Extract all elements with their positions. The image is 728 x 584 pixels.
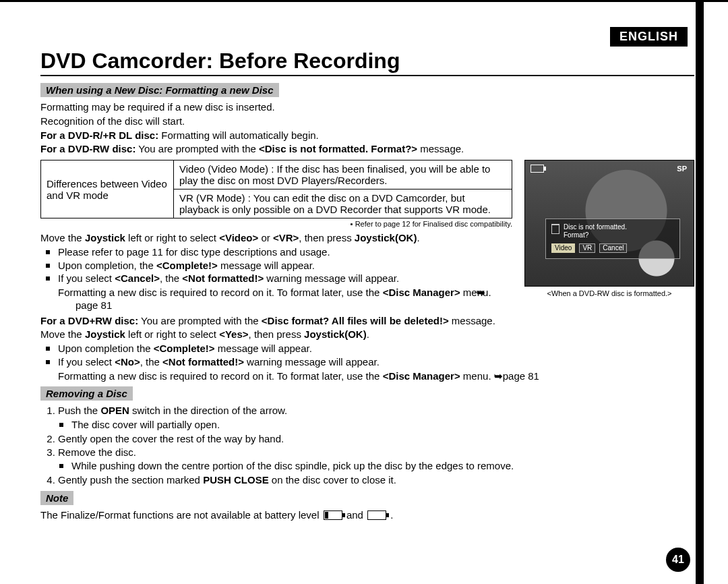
bullet-cancel: If you select <Cancel>, the <Not formatt… (58, 272, 512, 285)
dialog-text: Disc is not formatted. Format? (564, 223, 627, 239)
top-rule (0, 0, 728, 2)
battery-level-0-icon (367, 510, 386, 520)
bullet-complete-2: Upon completion the <Complete!> message … (58, 343, 694, 355)
trash-icon (551, 224, 559, 234)
dialog-btn-cancel: Cancel (599, 243, 627, 253)
arrow-icon: ➥ (494, 370, 503, 383)
bullet-no: If you select <No>, the <Not formatted!>… (58, 356, 694, 369)
battery-icon (530, 165, 544, 173)
step-1-sub: The disc cover will partially open. (71, 419, 694, 432)
section-removing-label: Removing a Disc (40, 386, 133, 401)
dvdrw-instructions: Move the Joystick left or right to selec… (40, 232, 512, 312)
manual-page: ENGLISH DVD Camcorder: Before Recording … (0, 0, 728, 584)
removing-steps: Push the OPEN switch in the direction of… (40, 405, 694, 487)
diff-row-vr: VR (VR Mode) : You can edit the disc on … (174, 189, 512, 218)
intro-line-1: Formatting may be required if a new disc… (40, 101, 694, 114)
move-joystick-line: Move the Joystick left or right to selec… (40, 232, 512, 245)
diff-caption: ▪ Refer to page 12 for Finalised disc co… (40, 220, 512, 228)
dvd-plus-rw-block: For a DVD+RW disc: You are prompted with… (40, 315, 694, 383)
move-joystick-yes-line: Move the Joystick left or right to selec… (40, 328, 694, 341)
intro-block: Formatting may be required if a new disc… (40, 101, 694, 156)
page-number: 41 (666, 548, 690, 572)
format-later-line-2: Formatting a new disc is required to rec… (40, 370, 694, 383)
diff-head: Differences between Video and VR mode (41, 160, 174, 218)
step-1: Push the OPEN switch in the direction of… (58, 405, 694, 432)
dvd-plus-rw-line: For a DVD+RW disc: You are prompted with… (40, 315, 694, 328)
title-rule (40, 75, 694, 76)
step-4: Gently push the section marked PUSH CLOS… (58, 474, 694, 487)
left-column: Differences between Video and VR mode Vi… (40, 160, 512, 314)
page-title: DVD Camcorder: Before Recording (40, 49, 694, 74)
sp-indicator: SP (677, 165, 687, 173)
dialog-btn-video: Video (551, 243, 575, 253)
page-right-frame (696, 0, 704, 584)
dvdr-line: For a DVD-R/+R DL disc: Formatting will … (40, 129, 694, 142)
format-dialog: Disc is not formatted. Format? Video VR … (545, 218, 680, 259)
dvdrw-label: For a DVD-RW disc: (40, 143, 135, 154)
dialog-btn-vr: VR (579, 243, 595, 253)
section-formatting-label: When using a New Disc: Formatting a new … (40, 83, 279, 97)
format-later-line: Formatting a new disc is required to rec… (58, 287, 512, 312)
right-column: SP Disc is not formatted. Format? Video … (524, 160, 694, 297)
differences-table: Differences between Video and VR mode Vi… (40, 160, 512, 218)
diff-row-video: Video (Video Mode) : If the disc has bee… (174, 160, 512, 189)
camcorder-screenshot: SP Disc is not formatted. Format? Video … (524, 160, 694, 287)
intro-line-2: Recognition of the disc will start. (40, 115, 694, 128)
screenshot-caption: <When a DVD-RW disc is formatted.> (524, 289, 694, 297)
language-badge: ENGLISH (610, 27, 688, 47)
step-3: Remove the disc. While pushing down the … (58, 446, 694, 473)
note-text: The Finalize/Format functions are not av… (40, 509, 694, 522)
section-note-label: Note (40, 491, 73, 505)
bullet-refer-p11: Please refer to page 11 for disc type de… (58, 246, 512, 259)
step-2: Gently open the cover the rest of the wa… (58, 433, 694, 446)
dvdr-label: For a DVD-R/+R DL disc: (40, 129, 158, 141)
dvdrw-line: For a DVD-RW disc: You are prompted with… (40, 143, 694, 156)
battery-level-1-icon (324, 510, 342, 520)
step-3-sub: While pushing down the centre portion of… (71, 460, 694, 473)
bullet-complete: Upon completion, the <Complete!> message… (58, 260, 512, 272)
